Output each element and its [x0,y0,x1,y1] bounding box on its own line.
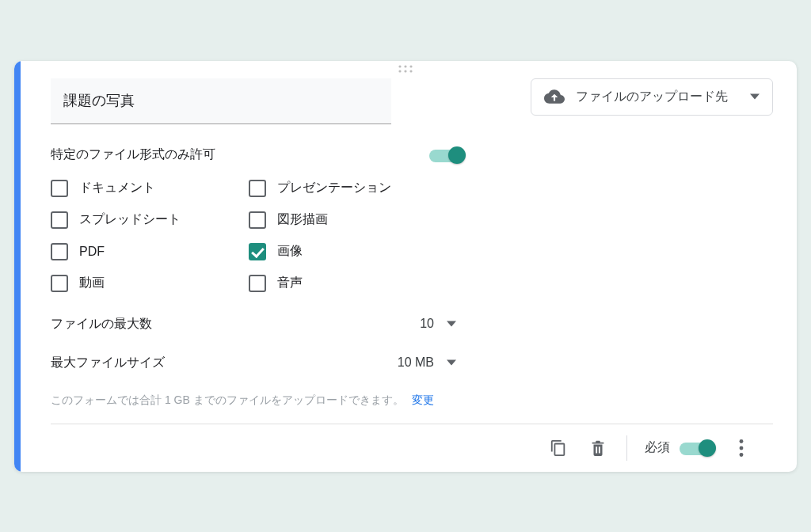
max-size-label: 最大ファイルサイズ [51,355,165,371]
required-toggle[interactable] [680,439,713,457]
copy-icon [550,439,567,457]
filetype-label: プレゼンテーション [277,180,391,196]
accent-bar [14,61,21,472]
filetype-video[interactable]: 動画 [51,275,249,292]
duplicate-button[interactable] [547,437,569,459]
max-files-value: 10 [420,317,434,331]
checkbox-icon [249,211,266,229]
svg-point-0 [398,65,401,67]
caret-down-icon [750,93,760,100]
more-options-button[interactable] [730,437,752,459]
filetype-label: 音声 [277,275,303,291]
max-size-select[interactable]: 10 MB [398,355,463,370]
filetype-label: PDF [79,245,105,259]
filetype-label: ドキュメント [79,180,155,196]
footer-divider [626,435,627,461]
upload-destination-label: ファイルのアップロード先 [576,89,728,105]
svg-point-6 [740,439,744,443]
more-vertical-icon [739,439,744,457]
filetype-document[interactable]: ドキュメント [51,180,249,197]
checkbox-checked-icon [249,243,266,260]
required-label: 必須 [645,439,670,456]
max-size-value: 10 MB [398,355,434,370]
checkbox-icon [51,211,68,229]
caret-down-icon [447,359,456,366]
filetype-presentation[interactable]: プレゼンテーション [249,180,447,197]
question-title-input[interactable] [51,78,391,124]
svg-point-7 [740,446,744,450]
upload-destination-dropdown[interactable]: ファイルのアップロード先 [531,78,773,116]
svg-point-5 [409,70,412,72]
checkbox-icon [51,275,68,292]
filetype-label: 画像 [277,243,303,260]
change-quota-link[interactable]: 変更 [412,393,434,406]
cloud-upload-icon [544,89,565,104]
drag-handle-icon[interactable] [14,61,797,77]
caret-down-icon [447,321,456,327]
checkbox-icon [51,180,68,197]
checkbox-icon [51,243,68,260]
max-files-label: ファイルの最大数 [51,316,152,332]
filetype-drawing[interactable]: 図形描画 [249,211,447,229]
filetype-pdf[interactable]: PDF [51,243,249,260]
trash-icon [589,439,607,457]
filetype-image[interactable]: 画像 [249,243,447,260]
allow-specific-types-toggle[interactable] [429,146,463,164]
question-card: ファイルのアップロード先 特定のファイル形式のみ許可 ドキュメント プレゼンテー… [14,61,797,472]
filetype-label: スプレッドシート [79,211,181,228]
allow-specific-types-label: 特定のファイル形式のみ許可 [51,146,215,163]
filetype-spreadsheet[interactable]: スプレッドシート [51,211,249,229]
file-type-grid: ドキュメント プレゼンテーション スプレッドシート 図形描画 PDF 画像 [51,180,773,292]
svg-point-1 [404,65,406,67]
checkbox-icon [249,275,266,292]
upload-quota-hint: このフォームでは合計 1 GB までのファイルをアップロードできます。 変更 [51,393,773,408]
filetype-label: 図形描画 [277,211,328,228]
svg-point-8 [740,453,744,457]
filetype-label: 動画 [79,275,105,291]
checkbox-icon [249,180,266,197]
max-files-select[interactable]: 10 [420,317,463,331]
delete-button[interactable] [587,437,609,459]
filetype-audio[interactable]: 音声 [249,275,447,292]
svg-point-4 [404,70,406,72]
svg-point-3 [398,70,401,72]
svg-point-2 [409,65,412,67]
